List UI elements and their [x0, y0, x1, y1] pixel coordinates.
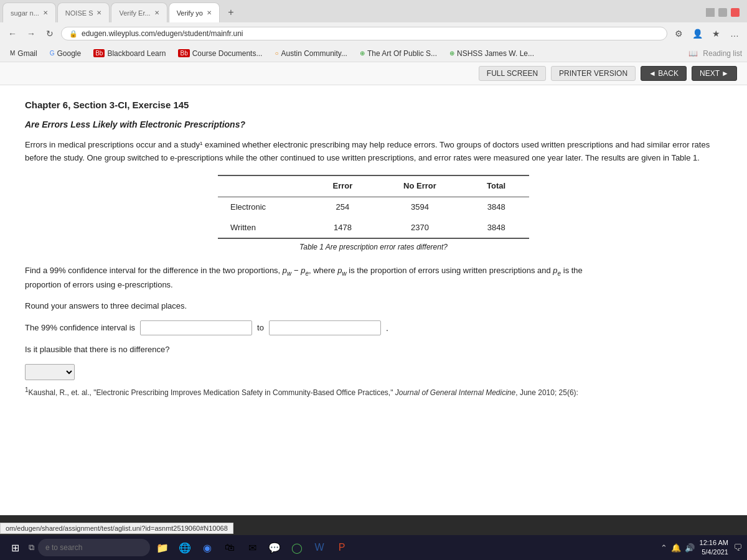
reading-list-label: Reading list — [703, 49, 742, 58]
bookmark-gmail[interactable]: M Gmail — [5, 48, 42, 59]
tab-1[interactable]: sugar n... ✕ — [2, 2, 56, 22]
extensions-button[interactable]: ⚙ — [671, 26, 686, 41]
tab-bar: sugar n... ✕ NOISE S ✕ Verify Er... ✕ Ve… — [0, 0, 747, 22]
tab-2-close[interactable]: ✕ — [96, 9, 101, 16]
start-button[interactable]: ⊞ — [5, 538, 25, 558]
bookmarks-bar: M Gmail G Google Bb Blackboard Learn Bb … — [0, 45, 747, 62]
notification-icon[interactable]: 🗨 — [733, 543, 742, 553]
tab-1-close[interactable]: ✕ — [43, 9, 48, 16]
round-text: Round your answers to three decimal plac… — [25, 299, 722, 313]
tab-3-label: Verify Er... — [119, 9, 150, 17]
address-bar[interactable]: 🔒 edugen.wileyplus.com/edugen/student/ma… — [61, 27, 667, 40]
tab-4-close[interactable]: ✕ — [207, 9, 212, 16]
gmail-icon: M — [10, 50, 15, 57]
next-page-button[interactable]: NEXT ► — [692, 66, 737, 81]
taskbar-store[interactable]: 🛍 — [220, 538, 240, 558]
google-icon: G — [50, 50, 55, 57]
plausible-question: Is it plausible that there is no differe… — [25, 343, 722, 357]
taskbar-right: ⌃ 🔔 🔊 12:16 AM 5/4/2021 🗨 — [660, 538, 742, 558]
bookmark-blackboard-label: Blackboard Learn — [107, 49, 166, 58]
table-row-electronic: Electronic 254 3594 3848 — [218, 197, 529, 217]
tray-speaker[interactable]: 🔊 — [685, 543, 695, 553]
to-label: to — [257, 322, 264, 335]
full-screen-button[interactable]: FULL SCREEN — [479, 66, 546, 81]
austin-icon: ○ — [275, 50, 278, 57]
col-header-empty — [218, 175, 309, 197]
tab-4-label: Verify yo — [177, 9, 203, 17]
exercise-title: Are Errors Less Likely with Electronic P… — [25, 118, 722, 131]
taskbar-circle[interactable]: ◯ — [287, 538, 307, 558]
bookmark-course-docs[interactable]: Bb Course Documents... — [173, 48, 267, 59]
back-page-button[interactable]: ◄ BACK — [641, 66, 687, 81]
bookmark-nshss-label: NSHSS James W. Le... — [457, 49, 534, 58]
taskbar-edge-browser[interactable]: 🌐 — [175, 538, 195, 558]
taskbar-mail[interactable]: ✉ — [242, 538, 262, 558]
cell-electronic-error: 254 — [309, 197, 376, 217]
bookmark-art-public[interactable]: ⊕ The Art Of Public S... — [355, 48, 442, 59]
tab-3-close[interactable]: ✕ — [154, 9, 159, 16]
main-content-area: FULL SCREEN PRINTER VERSION ◄ BACK NEXT … — [0, 62, 747, 515]
system-tray: ⌃ 🔔 🔊 — [660, 543, 695, 553]
col-header-total: Total — [463, 175, 529, 197]
content-area: Chapter 6, Section 3-CI, Exercise 145 Ar… — [0, 85, 747, 418]
back-button[interactable]: ← — [5, 26, 20, 41]
bookmark-austin[interactable]: ○ Austin Community... — [270, 48, 352, 59]
url-tooltip: om/edugen/shared/assignment/test/aglist.… — [0, 523, 233, 534]
browser-maximize[interactable] — [718, 8, 727, 17]
intro-text: Errors in medical prescriptions occur an… — [25, 139, 722, 165]
interval-lower-input[interactable] — [140, 320, 252, 335]
data-table: Error No Error Total Electronic 254 3594… — [218, 175, 529, 239]
taskbar: ⊞ ⧉ 📁 🌐 ◉ 🛍 ✉ 💬 ◯ W P ⌃ 🔔 🔊 12:16 AM 5/4… — [0, 535, 747, 560]
interval-label: The 99% confidence interval is — [25, 322, 135, 335]
bookmark-nshss[interactable]: ⊕ NSHSS James W. Le... — [444, 48, 539, 59]
bookmark-austin-label: Austin Community... — [281, 49, 347, 58]
taskbar-chrome[interactable]: ◉ — [197, 538, 217, 558]
data-table-container: Error No Error Total Electronic 254 3594… — [218, 175, 529, 254]
period: . — [386, 321, 388, 335]
interval-upper-input[interactable] — [269, 320, 381, 335]
bookmark-course-docs-label: Course Documents... — [192, 49, 263, 58]
reload-button[interactable]: ↻ — [42, 26, 57, 41]
math-pe: pe — [301, 266, 309, 275]
tab-2[interactable]: NOISE S ✕ — [57, 2, 110, 22]
taskbar-date-display: 5/4/2021 — [700, 548, 728, 557]
lock-icon: 🔒 — [69, 30, 78, 38]
new-tab-button[interactable]: + — [223, 5, 238, 20]
taskbar-word[interactable]: W — [309, 538, 329, 558]
bookmark-google-label: Google — [57, 49, 81, 58]
reading-list-icon: 📖 — [688, 49, 698, 58]
tab-3[interactable]: Verify Er... ✕ — [111, 2, 167, 22]
math-pw: pw — [283, 266, 291, 275]
taskview-button[interactable]: ⧉ — [27, 541, 35, 554]
taskbar-file-explorer[interactable]: 📁 — [153, 538, 172, 558]
table-caption: Table 1 Are prescription error rates dif… — [218, 241, 529, 253]
course-docs-icon: Bb — [178, 49, 189, 57]
browser-minimize[interactable] — [706, 8, 715, 17]
taskbar-search-input[interactable] — [38, 539, 150, 556]
cell-electronic-total: 3848 — [463, 197, 529, 217]
taskbar-clock[interactable]: 12:16 AM 5/4/2021 — [700, 538, 728, 558]
bookmark-gmail-label: Gmail — [17, 49, 37, 58]
printer-version-button[interactable]: PRINTER VERSION — [551, 66, 636, 81]
bookmark-blackboard[interactable]: Bb Blackboard Learn — [88, 48, 171, 59]
browser-close[interactable] — [731, 8, 740, 17]
more-button[interactable]: … — [727, 26, 742, 41]
cell-written-no-error: 2370 — [377, 218, 464, 239]
cell-written-total: 3848 — [463, 218, 529, 239]
footnote: 1Kaushal, R., et. al., "Electronic Presc… — [25, 385, 722, 399]
favorites-button[interactable]: ★ — [708, 26, 723, 41]
bookmark-google[interactable]: G Google — [45, 48, 86, 59]
profile-button[interactable]: 👤 — [690, 26, 705, 41]
address-bar-row: ← → ↻ 🔒 edugen.wileyplus.com/edugen/stud… — [0, 22, 747, 45]
question-text: Find a 99% confidence interval for the d… — [25, 264, 722, 292]
taskbar-teams[interactable]: 💬 — [265, 538, 284, 558]
math-pe2: pe — [553, 266, 561, 275]
blackboard-icon: Bb — [93, 49, 105, 57]
nshss-icon: ⊕ — [449, 50, 454, 57]
art-public-icon: ⊕ — [360, 50, 365, 57]
tab-4[interactable]: Verify yo ✕ — [169, 2, 220, 22]
taskbar-powerpoint[interactable]: P — [332, 538, 352, 558]
forward-button[interactable]: → — [24, 26, 39, 41]
plausible-dropdown[interactable]: Yes No — [25, 364, 75, 380]
tab-1-label: sugar n... — [11, 9, 39, 17]
